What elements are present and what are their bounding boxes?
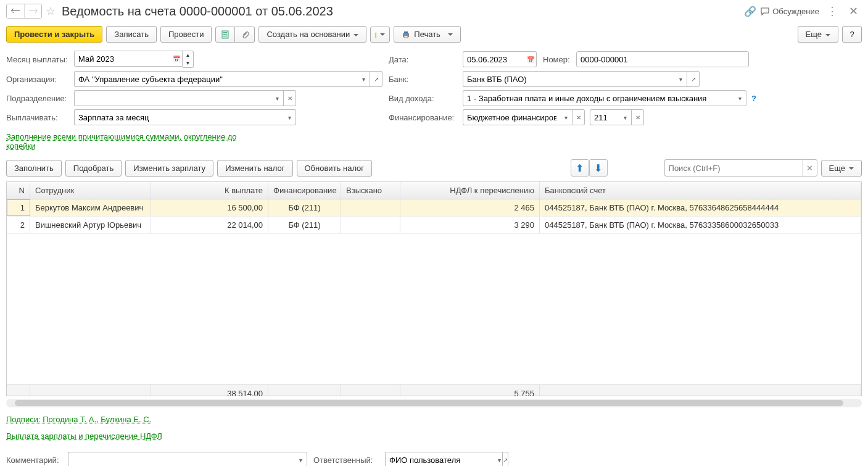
- col-tax[interactable]: НДФЛ к перечислению: [400, 182, 540, 199]
- date-calendar-icon[interactable]: 📅: [524, 51, 537, 67]
- fin-label: Финансирование:: [389, 113, 460, 122]
- income-label: Вид дохода:: [389, 94, 460, 103]
- arrow-up-icon: ⬆: [576, 162, 584, 174]
- date-input[interactable]: [463, 51, 524, 67]
- pay-label: Выплачивать:: [6, 113, 72, 122]
- month-calendar-icon[interactable]: 📅: [170, 51, 183, 67]
- table-more-button[interactable]: Еще: [821, 160, 862, 177]
- fin-dropdown-icon[interactable]: ▾: [560, 109, 572, 125]
- col-financing[interactable]: Финансирование: [268, 182, 341, 199]
- responsible-dropdown-icon[interactable]: ▾: [497, 452, 503, 466]
- org-input[interactable]: [74, 71, 358, 87]
- comment-input[interactable]: [68, 452, 295, 466]
- bank-input[interactable]: [463, 71, 675, 87]
- print-button[interactable]: Печать: [394, 26, 461, 43]
- signatures-link[interactable]: Подписи: Погодина Т. А., Булкина Е. С.: [6, 411, 151, 428]
- document-icon: [221, 30, 229, 39]
- edit-tax-button[interactable]: Изменить налог: [217, 160, 292, 177]
- discuss-button[interactable]: Обсуждение: [760, 6, 819, 16]
- dept-dropdown-icon[interactable]: ▾: [271, 90, 284, 106]
- copy-link-icon[interactable]: 🔗: [744, 5, 756, 17]
- bank-label: Банк:: [389, 75, 460, 84]
- favorite-icon[interactable]: ☆: [46, 4, 56, 18]
- update-tax-button[interactable]: Обновить налог: [297, 160, 373, 177]
- dept-input[interactable]: [74, 90, 271, 106]
- number-input[interactable]: [576, 51, 749, 67]
- col-pay[interactable]: К выплате: [151, 182, 268, 199]
- employees-table: N Сотрудник К выплате Финансирование Взы…: [6, 181, 862, 396]
- nav-forward-button[interactable]: 🡒: [24, 4, 41, 18]
- toolbar-more-button[interactable]: Еще: [798, 26, 838, 43]
- pay-input[interactable]: [74, 109, 284, 125]
- help-button[interactable]: ?: [842, 26, 862, 43]
- search-clear-icon[interactable]: ✕: [803, 159, 817, 177]
- month-label: Месяц выплаты:: [6, 55, 72, 64]
- fin-code-input[interactable]: [590, 109, 619, 125]
- month-input[interactable]: [74, 51, 170, 67]
- table-row[interactable]: 1 Беркутов Максим Андреевич 16 500,00 БФ…: [7, 199, 861, 217]
- comment-label: Комментарий:: [6, 456, 62, 465]
- table-header: N Сотрудник К выплате Финансирование Взы…: [7, 182, 861, 199]
- bank-dropdown-icon[interactable]: ▾: [675, 71, 687, 87]
- org-label: Организация:: [6, 75, 72, 84]
- table-footer: 38 514,00 5 755: [7, 385, 861, 396]
- chat-icon: [760, 6, 770, 16]
- pay-dropdown-icon[interactable]: ▾: [284, 109, 296, 125]
- income-dropdown-icon[interactable]: ▾: [734, 90, 746, 106]
- table-h-scrollbar[interactable]: [6, 399, 862, 407]
- fin-clear-icon[interactable]: ✕: [572, 109, 585, 125]
- page-title: Ведомость на счета 0000-000001 от 05.06.…: [62, 4, 740, 19]
- attach-button[interactable]: [235, 27, 255, 43]
- col-bank[interactable]: Банковский счет: [540, 182, 861, 199]
- org-open-icon[interactable]: ↗: [370, 71, 382, 87]
- number-label: Номер:: [543, 55, 574, 64]
- bank-open-icon[interactable]: ↗: [687, 71, 700, 87]
- printer-icon: [402, 30, 410, 39]
- report-button[interactable]: [215, 27, 235, 43]
- folder-button[interactable]: [370, 27, 390, 43]
- edit-salary-button[interactable]: Изменить зарплату: [125, 160, 213, 177]
- org-dropdown-icon[interactable]: ▾: [358, 71, 370, 87]
- svg-rect-1: [223, 32, 227, 33]
- comment-dropdown-icon[interactable]: ▾: [295, 452, 307, 466]
- move-down-button[interactable]: ⬇: [589, 159, 608, 177]
- total-pay: 38 514,00: [151, 385, 268, 396]
- responsible-input[interactable]: [385, 452, 497, 466]
- kebab-menu-icon[interactable]: ⋮: [823, 4, 841, 18]
- post-and-close-button[interactable]: Провести и закрыть: [6, 26, 102, 43]
- responsible-label: Ответственный:: [313, 456, 379, 465]
- income-input[interactable]: [463, 90, 734, 106]
- search-input[interactable]: [664, 159, 803, 177]
- folder-icon: [375, 30, 376, 39]
- fin-code-dropdown-icon[interactable]: ▾: [619, 109, 632, 125]
- nav-back-button[interactable]: 🡐: [7, 4, 24, 18]
- col-employee[interactable]: Сотрудник: [30, 182, 151, 199]
- month-stepper[interactable]: ▲▼: [183, 51, 194, 68]
- col-collected[interactable]: Взыскано: [341, 182, 400, 199]
- svg-rect-5: [404, 31, 408, 33]
- fin-code-clear-icon[interactable]: ✕: [632, 109, 644, 125]
- arrow-down-icon: ⬇: [594, 162, 602, 174]
- income-help-icon[interactable]: ?: [751, 94, 756, 103]
- dept-label: Подразделение:: [6, 94, 72, 103]
- fill-mode-link[interactable]: Заполнение всеми причитающимися суммами,…: [6, 128, 253, 154]
- svg-rect-3: [223, 36, 227, 36]
- table-row[interactable]: 2 Вишневский Артур Юрьевич 22 014,00 БФ …: [7, 217, 861, 234]
- date-label: Дата:: [389, 55, 460, 64]
- responsible-open-icon[interactable]: ↗: [503, 452, 509, 466]
- fin-input[interactable]: [463, 109, 560, 125]
- fill-button[interactable]: Заполнить: [6, 160, 62, 177]
- payment-link[interactable]: Выплата зарплаты и перечисление НДФЛ: [6, 428, 162, 444]
- close-button[interactable]: ✕: [845, 4, 862, 18]
- move-up-button[interactable]: ⬆: [571, 159, 589, 177]
- create-from-button[interactable]: Создать на основании: [258, 26, 366, 43]
- save-button[interactable]: Записать: [106, 26, 157, 43]
- dept-clear-icon[interactable]: ✕: [284, 90, 296, 106]
- post-button[interactable]: Провести: [160, 26, 212, 43]
- paperclip-icon: [241, 30, 249, 39]
- svg-rect-6: [404, 36, 408, 38]
- col-n[interactable]: N: [7, 182, 30, 199]
- pick-button[interactable]: Подобрать: [65, 160, 122, 177]
- svg-rect-2: [223, 34, 227, 35]
- total-tax: 5 755: [400, 385, 540, 396]
